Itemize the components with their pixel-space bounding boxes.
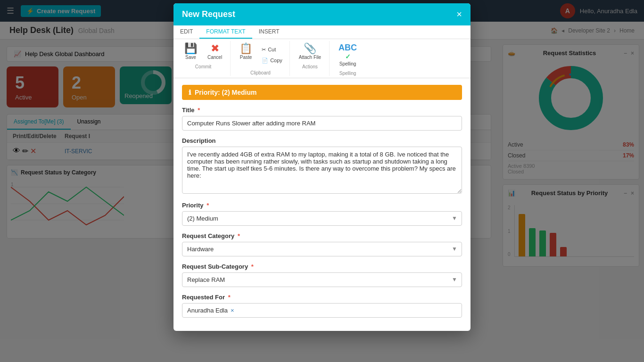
priority-bar-icon: ℹ	[189, 89, 191, 96]
form-group-priority: Priority * (1) High (2) Medium (3) Low ▼	[182, 202, 462, 226]
priority-required: *	[206, 202, 209, 209]
spelling-icon: ABC✓	[339, 43, 357, 60]
cut-label: Cut	[268, 47, 276, 52]
priority-select-wrapper: (1) High (2) Medium (3) Low ▼	[182, 211, 462, 226]
description-textarea[interactable]: I've recently added 4GB of extra RAM to …	[182, 147, 462, 194]
save-button[interactable]: 💾 Save	[180, 41, 201, 62]
attach-icon: 📎	[304, 43, 316, 54]
copy-icon: 📄	[262, 58, 268, 64]
spelling-button[interactable]: ABC✓ Spelling	[334, 41, 361, 69]
cut-icon: ✂	[262, 47, 266, 53]
cancel-icon: ✖	[211, 43, 219, 54]
spelling-group-label: Spelling	[339, 71, 356, 76]
attach-label: Attach File	[299, 55, 321, 60]
sub-category-required: *	[251, 263, 254, 270]
paste-button[interactable]: 📋 Paste	[235, 41, 256, 69]
requested-for-value: Anuradha Edla	[187, 307, 228, 314]
requested-for-clear[interactable]: ×	[231, 307, 234, 314]
priority-bar-text: Priority: (2) Medium	[195, 89, 256, 96]
sub-category-select[interactable]: Replace RAM Upgrade RAM Check RAM	[182, 272, 462, 287]
title-input[interactable]	[182, 116, 462, 131]
ribbon-tab-format-text[interactable]: FORMAT TEXT	[199, 25, 252, 39]
category-select-wrapper: Hardware Software Network ▼	[182, 242, 462, 256]
copy-button[interactable]: 📄 Copy	[258, 56, 286, 66]
ribbon-content: 💾 Save ✖ Cancel Commit 📋	[173, 39, 471, 78]
commit-buttons: 💾 Save ✖ Cancel	[180, 41, 226, 62]
attach-file-button[interactable]: 📎 Attach File	[295, 41, 325, 62]
actions-group-label: Actions	[302, 64, 318, 69]
ribbon-group-spelling: ABC✓ Spelling Spelling	[330, 41, 365, 76]
ribbon-tab-insert[interactable]: INSERT	[252, 25, 286, 39]
cancel-label: Cancel	[207, 55, 222, 60]
description-label: Description	[182, 137, 462, 144]
modal-overlay: New Request × EDIT FORMAT TEXT INSERT 💾 …	[0, 0, 644, 359]
form-group-title: Title *	[182, 107, 462, 131]
paste-icon: 📋	[239, 43, 252, 54]
commit-group-label: Commit	[195, 64, 211, 69]
save-label: Save	[185, 55, 196, 60]
category-required: *	[238, 232, 240, 239]
requested-for-input[interactable]: Anuradha Edla ×	[182, 303, 462, 318]
modal-title: New Request	[182, 9, 235, 19]
form-group-sub-category: Request Sub-Category * Replace RAM Upgra…	[182, 263, 462, 287]
copy-label: Copy	[270, 58, 282, 63]
save-icon: 💾	[184, 43, 197, 54]
ribbon-tab-edit[interactable]: EDIT	[173, 25, 199, 39]
priority-label: Priority *	[182, 202, 462, 209]
form-group-requested-for: Requested For * Anuradha Edla ×	[182, 294, 462, 318]
title-required: *	[198, 107, 200, 114]
title-label: Title *	[182, 107, 462, 114]
ribbon-group-actions: 📎 Attach File Actions	[291, 41, 330, 76]
requested-for-label: Requested For *	[182, 294, 462, 301]
requested-for-required: *	[228, 294, 231, 301]
paste-label: Paste	[240, 55, 252, 60]
cancel-button[interactable]: ✖ Cancel	[203, 41, 226, 62]
modal-body: ℹ Priority: (2) Medium Title * Descripti…	[173, 78, 471, 331]
priority-bar: ℹ Priority: (2) Medium	[182, 85, 462, 100]
category-select[interactable]: Hardware Software Network	[182, 242, 462, 256]
ribbon: EDIT FORMAT TEXT INSERT 💾 Save ✖ Cancel	[173, 25, 471, 78]
form-group-description: Description I've recently added 4GB of e…	[182, 137, 462, 195]
modal-header: New Request ×	[173, 3, 471, 25]
sub-category-label: Request Sub-Category *	[182, 263, 462, 270]
ribbon-group-clipboard: 📋 Paste ✂ Cut 📄 Copy	[231, 41, 290, 76]
new-request-modal: New Request × EDIT FORMAT TEXT INSERT 💾 …	[173, 3, 471, 331]
form-group-category: Request Category * Hardware Software Net…	[182, 232, 462, 256]
sub-category-select-wrapper: Replace RAM Upgrade RAM Check RAM ▼	[182, 272, 462, 287]
priority-select[interactable]: (1) High (2) Medium (3) Low	[182, 211, 462, 226]
ribbon-tabs: EDIT FORMAT TEXT INSERT	[173, 25, 471, 39]
modal-close-button[interactable]: ×	[456, 9, 462, 20]
category-label: Request Category *	[182, 232, 462, 239]
spelling-label: Spelling	[339, 61, 356, 66]
clipboard-group-label: Clipboard	[250, 70, 271, 75]
cut-button[interactable]: ✂ Cut	[258, 45, 286, 55]
ribbon-group-commit: 💾 Save ✖ Cancel Commit	[176, 41, 231, 76]
